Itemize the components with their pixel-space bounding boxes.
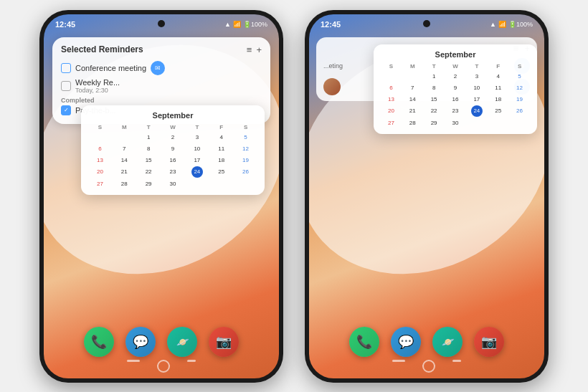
checkbox-1[interactable]	[61, 63, 71, 73]
wifi-icon-right: ▲	[490, 21, 496, 28]
reminder-info-2: Weekly Re... Today, 2:30	[75, 78, 120, 94]
dock-right: 📞 💬 🪐 📷	[309, 327, 544, 357]
status-time-left: 12:45	[55, 20, 75, 29]
compact-widget-right: ≡ + ...eting ✉ ✉ September	[316, 37, 537, 101]
phone-right: 12:45 ▲ 📶 🔋100% ≡ + ...eting ✉	[305, 10, 549, 383]
calendar-month-left: September	[88, 111, 257, 120]
cal-hdr-w1: W	[161, 123, 185, 131]
nav-home-right[interactable]	[422, 360, 435, 373]
reminder-item-2: Weekly Re... Today, 2:30	[61, 78, 262, 94]
signal-icon-left: 📶	[233, 21, 241, 28]
battery-icon-right: 🔋100%	[508, 21, 533, 28]
completed-label: Completed	[61, 97, 262, 104]
camera-notch-left	[158, 20, 165, 27]
dock-camera-right[interactable]: 📷	[474, 327, 504, 357]
reminder-item-1: Conference meeting ✉	[61, 61, 262, 75]
today-marker-left: 24	[191, 166, 203, 178]
list-icon-left[interactable]: ≡	[247, 44, 252, 55]
nav-recent-right[interactable]	[392, 360, 405, 362]
calendar-grid-right: S M T W T F S 1 2 3 4 5 6 7 8	[381, 62, 530, 129]
dock-camera-left[interactable]: 📷	[209, 327, 239, 357]
widget-header-icons-left: ≡ +	[247, 44, 262, 55]
wifi-icon-left: ▲	[224, 21, 231, 28]
battery-icon-left: 🔋100%	[243, 21, 267, 28]
nav-bar-left	[44, 360, 279, 373]
nav-back-left[interactable]	[187, 360, 196, 362]
dock-message-right[interactable]: 💬	[391, 327, 421, 357]
add-icon-left[interactable]: +	[256, 44, 262, 55]
calendar-popup-left: September S M T W T F S 1 2 3 4	[81, 105, 265, 196]
status-time-right: 12:45	[321, 20, 341, 29]
nav-bar-right	[309, 360, 544, 373]
calendar-grid-left: S M T W T F S 1 2 3 4 5 6	[88, 123, 257, 190]
calendar-month-right: September	[381, 50, 530, 59]
widget-container-left: Selected Reminders ≡ + Conference meetin…	[52, 37, 270, 124]
status-icons-left: ▲ 📶 🔋100%	[224, 21, 267, 28]
dock-message-left[interactable]: 💬	[125, 327, 156, 357]
compact-reminder-text-right: ...eting	[323, 62, 343, 70]
widget-header-left: Selected Reminders ≡ +	[61, 44, 262, 55]
cal-hdr-s2: S	[234, 123, 257, 131]
cal-hdr-s1: S	[88, 123, 112, 131]
reminder-text-2: Weekly Re...	[75, 78, 120, 87]
dock-bixby-right[interactable]: 🪐	[432, 327, 463, 357]
cal-hdr-m1: M	[113, 123, 136, 131]
dock-bixby-left[interactable]: 🪐	[167, 327, 197, 357]
nav-recent-left[interactable]	[127, 360, 140, 362]
status-icons-right: ▲ 📶 🔋100%	[490, 21, 533, 28]
phone-left: 12:45 ▲ 📶 🔋100% Selected Reminders ≡ +	[39, 10, 283, 383]
dock-phone-left[interactable]: 📞	[84, 327, 114, 357]
checkbox-2[interactable]	[61, 81, 71, 91]
reminder-text-1: Conference meeting	[75, 64, 146, 72]
cal-hdr-t1: T	[137, 123, 161, 131]
reminder-tag-1: ✉	[151, 61, 165, 75]
camera-notch-right	[423, 20, 430, 27]
dock-phone-right[interactable]: 📞	[349, 327, 379, 357]
phone-screen-right: 12:45 ▲ 📶 🔋100% ≡ + ...eting ✉	[309, 14, 544, 378]
signal-icon-right: 📶	[498, 21, 506, 28]
avatar-right	[323, 78, 341, 95]
cal-hdr-t2: T	[185, 123, 209, 131]
calendar-popup-right: September S M T W T F S 1 2 3 4 5 6	[374, 44, 537, 135]
dock-left: 📞 💬 🪐 📷	[44, 327, 279, 357]
nav-home-left[interactable]	[157, 360, 170, 373]
completed-checkbox-1[interactable]: ✓	[61, 105, 71, 115]
nav-back-right[interactable]	[452, 360, 461, 362]
widget-title-left: Selected Reminders	[61, 44, 143, 54]
phone-screen-left: 12:45 ▲ 📶 🔋100% Selected Reminders ≡ +	[44, 14, 279, 378]
today-marker-right: 24	[471, 105, 483, 117]
reminder-sub-2: Today, 2:30	[75, 87, 120, 94]
cal-hdr-f1: F	[209, 123, 233, 131]
